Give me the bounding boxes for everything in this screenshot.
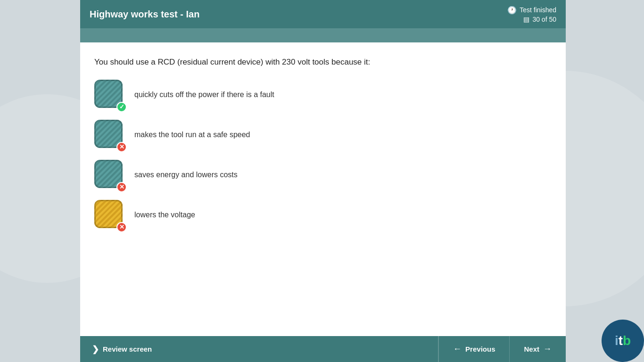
answer-text-a: quickly cuts off the power if there is a… xyxy=(134,90,274,100)
main-container: Highway works test - Ian 🕐 Test finished… xyxy=(80,0,566,362)
answer-option-a[interactable]: ✓quickly cuts off the power if there is … xyxy=(94,80,552,110)
next-label: Next xyxy=(524,345,539,353)
answer-text-b: makes the tool run at a safe speed xyxy=(134,130,250,140)
page-title: Highway works test - Ian xyxy=(90,9,199,20)
sub-header xyxy=(80,28,566,42)
progress-indicator: ▤ 30 of 50 xyxy=(523,16,556,23)
answer-text-d: lowers the voltage xyxy=(134,210,195,220)
answer-badge-a: ✓ xyxy=(116,102,127,112)
answer-text-c: saves energy and lowers costs xyxy=(134,170,238,180)
review-screen-button[interactable]: ❯ Review screen xyxy=(80,336,438,362)
review-arrow-icon: ❯ xyxy=(92,344,99,354)
status-label: Test finished xyxy=(520,6,556,14)
footer: ❯ Review screen ← Previous Next → xyxy=(80,336,566,362)
test-status: 🕐 Test finished xyxy=(507,6,556,15)
question-text: You should use a RCD (residual current d… xyxy=(94,57,552,68)
answer-icon-c: ✕ xyxy=(94,160,125,190)
previous-label: Previous xyxy=(465,345,495,353)
answer-option-b[interactable]: ✕makes the tool run at a safe speed xyxy=(94,120,552,150)
progress-label: 30 of 50 xyxy=(532,16,556,23)
header-right: 🕐 Test finished ▤ 30 of 50 xyxy=(507,6,556,23)
previous-button[interactable]: ← Previous xyxy=(438,336,509,362)
header: Highway works test - Ian 🕐 Test finished… xyxy=(80,0,566,28)
answer-badge-b: ✕ xyxy=(116,142,127,152)
answer-icon-d: ✕ xyxy=(94,200,125,230)
answer-badge-d: ✕ xyxy=(116,222,127,232)
clock-icon: 🕐 xyxy=(507,6,517,15)
answer-icon-a: ✓ xyxy=(94,80,125,110)
answer-option-d[interactable]: ✕lowers the voltage xyxy=(94,200,552,230)
next-arrow-icon: → xyxy=(543,344,552,354)
review-label: Review screen xyxy=(103,345,152,353)
list-icon: ▤ xyxy=(523,16,529,23)
previous-arrow-icon: ← xyxy=(453,344,462,354)
content-area: You should use a RCD (residual current d… xyxy=(80,42,566,336)
itb-logo: itb xyxy=(602,320,644,362)
next-button[interactable]: Next → xyxy=(509,336,566,362)
answers-container: ✓quickly cuts off the power if there is … xyxy=(94,80,552,230)
nav-buttons: ← Previous Next → xyxy=(438,336,566,362)
answer-badge-c: ✕ xyxy=(116,182,127,192)
answer-option-c[interactable]: ✕saves energy and lowers costs xyxy=(94,160,552,190)
answer-icon-b: ✕ xyxy=(94,120,125,150)
